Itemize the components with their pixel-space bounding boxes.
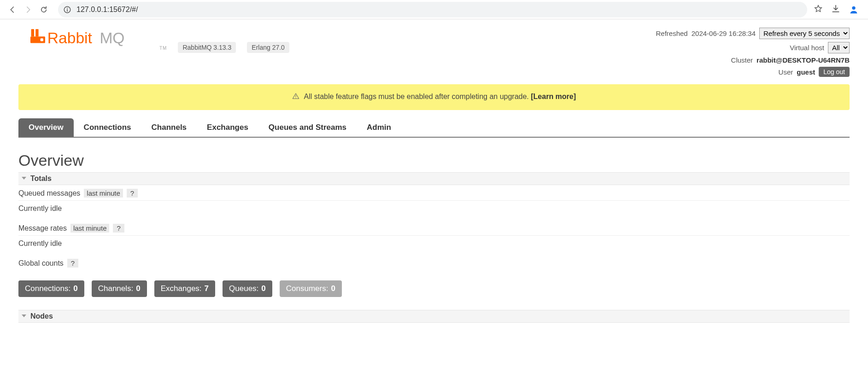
svg-rect-5	[35, 29, 38, 36]
count-label: Connections:	[25, 284, 70, 293]
count-value: 0	[136, 284, 140, 293]
download-button[interactable]	[831, 4, 840, 15]
rates-idle: Currently idle	[18, 236, 850, 255]
user-row: User guest Log out	[779, 67, 850, 77]
warning-icon	[292, 93, 299, 102]
section-totals-label: Totals	[30, 175, 52, 183]
global-label: Global counts	[18, 259, 64, 268]
bookmark-button[interactable]	[814, 4, 823, 15]
url-bar[interactable]: 127.0.0.1:15672/#/	[58, 2, 807, 17]
count-consumers[interactable]: Consumers: 0	[280, 280, 342, 297]
brand-tm: TM	[159, 46, 167, 51]
header-right: Refreshed 2024-06-29 16:28:34 Refresh ev…	[656, 28, 850, 77]
message-rates-row: Message rates last minute ?	[18, 220, 850, 236]
refresh-select[interactable]: Refresh every 5 seconds	[759, 28, 850, 39]
browser-chrome: 127.0.0.1:15672/#/	[0, 0, 868, 19]
reload-button[interactable]	[36, 2, 52, 17]
tab-exchanges[interactable]: Exchanges	[197, 118, 258, 137]
rates-range-tag[interactable]: last minute	[70, 224, 110, 233]
count-label: Channels:	[98, 284, 134, 293]
chevron-down-icon	[21, 175, 27, 183]
refreshed-time: 2024-06-29 16:28:34	[692, 29, 756, 37]
app-body: Rabbit MQ TM RabbitMQ 3.13.3 Erlang 27.0…	[0, 19, 868, 323]
tab-admin[interactable]: Admin	[357, 118, 401, 137]
global-counts: Connections: 0 Channels: 0 Exchanges: 7 …	[18, 280, 850, 297]
user-label: User	[779, 68, 793, 76]
alert-text: All stable feature flags must be enabled…	[304, 93, 529, 100]
info-icon	[63, 5, 72, 14]
user-value: guest	[797, 68, 815, 76]
svg-point-10	[295, 98, 296, 98]
queued-label: Queued messages	[18, 189, 80, 198]
erlang-pill: Erlang 27.0	[247, 42, 289, 53]
count-label: Queues:	[229, 284, 258, 293]
version-pill: RabbitMQ 3.13.3	[178, 42, 236, 53]
section-totals-header[interactable]: Totals	[18, 172, 850, 185]
arrow-left-icon	[8, 6, 17, 14]
chrome-actions	[814, 4, 863, 15]
forward-button[interactable]	[20, 2, 36, 17]
tab-channels[interactable]: Channels	[141, 118, 197, 137]
svg-point-2	[67, 7, 68, 8]
refreshed-label: Refreshed	[656, 29, 687, 37]
vhost-label: Virtual host	[790, 44, 824, 52]
count-label: Exchanges:	[161, 284, 202, 293]
reload-icon	[40, 6, 48, 14]
main-tabs: Overview Connections Channels Exchanges …	[18, 118, 850, 138]
rabbitmq-logo-icon: Rabbit MQ	[18, 28, 157, 50]
svg-rect-4	[31, 29, 34, 36]
queued-messages-row: Queued messages last minute ?	[18, 185, 850, 201]
cluster-row: Cluster rabbit@DESKTOP-U64RN7B	[731, 56, 850, 64]
svg-rect-6	[41, 38, 43, 41]
section-nodes-header[interactable]: Nodes	[18, 310, 850, 323]
tab-overview[interactable]: Overview	[18, 118, 74, 137]
tab-queues[interactable]: Queues and Streams	[258, 118, 357, 137]
vhost-row: Virtual host All	[790, 42, 850, 53]
svg-text:MQ: MQ	[100, 29, 124, 47]
global-counts-row: Global counts ?	[18, 255, 850, 270]
download-icon	[831, 4, 840, 13]
refresh-row: Refreshed 2024-06-29 16:28:34 Refresh ev…	[656, 28, 850, 39]
rates-label: Message rates	[18, 224, 67, 233]
count-value: 7	[205, 284, 209, 293]
count-exchanges[interactable]: Exchanges: 7	[154, 280, 215, 297]
alert-learn-more-link[interactable]: [Learn more]	[531, 93, 576, 100]
rates-help[interactable]: ?	[113, 224, 124, 233]
cluster-value: rabbit@DESKTOP-U64RN7B	[757, 56, 850, 64]
back-button[interactable]	[5, 2, 20, 17]
count-queues[interactable]: Queues: 0	[223, 280, 272, 297]
url-text: 127.0.0.1:15672/#/	[76, 6, 138, 14]
section-nodes-label: Nodes	[30, 312, 53, 320]
count-value: 0	[73, 284, 77, 293]
chevron-down-icon	[21, 312, 27, 320]
global-help[interactable]: ?	[67, 259, 78, 268]
page-title: Overview	[18, 151, 850, 169]
svg-point-3	[852, 6, 855, 9]
svg-text:Rabbit: Rabbit	[47, 29, 93, 47]
arrow-right-icon	[24, 6, 32, 14]
brand-logo: Rabbit MQ	[18, 28, 157, 50]
profile-button[interactable]	[849, 5, 859, 15]
queued-idle: Currently idle	[18, 201, 850, 220]
count-value: 0	[261, 284, 265, 293]
tab-connections[interactable]: Connections	[74, 118, 141, 137]
count-channels[interactable]: Channels: 0	[92, 280, 147, 297]
count-label: Consumers:	[286, 284, 328, 293]
logout-button[interactable]: Log out	[819, 67, 850, 77]
brand: Rabbit MQ TM RabbitMQ 3.13.3 Erlang 27.0	[18, 28, 289, 53]
queued-range-tag[interactable]: last minute	[84, 189, 123, 198]
count-connections[interactable]: Connections: 0	[18, 280, 84, 297]
feature-flag-alert: All stable feature flags must be enabled…	[18, 84, 850, 110]
queued-help[interactable]: ?	[127, 189, 138, 198]
count-value: 0	[331, 284, 335, 293]
cluster-label: Cluster	[731, 56, 753, 64]
vhost-select[interactable]: All	[828, 42, 850, 53]
profile-icon	[849, 5, 859, 15]
star-icon	[814, 4, 823, 13]
header-row: Rabbit MQ TM RabbitMQ 3.13.3 Erlang 27.0…	[18, 28, 850, 77]
